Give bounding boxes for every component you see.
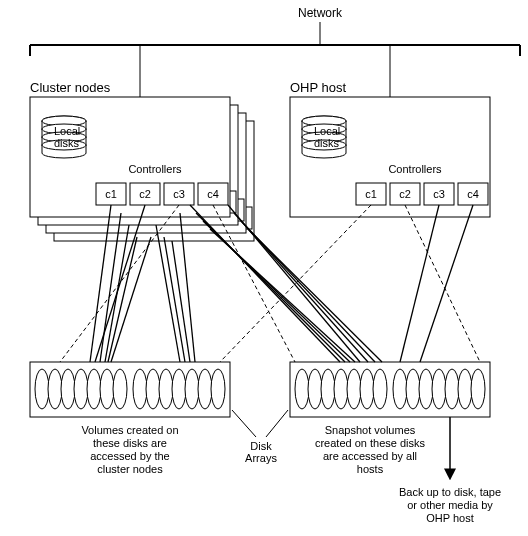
ohp-host [290, 97, 490, 217]
svg-line-44 [156, 225, 180, 362]
svg-line-57 [248, 229, 382, 362]
ohp-dashed-lines [220, 205, 480, 362]
svg-text:created on these disks: created on these disks [315, 437, 426, 449]
left-disk-array [30, 362, 230, 417]
svg-text:these disks are: these disks are [93, 437, 167, 449]
svg-text:or other media by: or other media by [407, 499, 493, 511]
network-label: Network [298, 6, 343, 20]
svg-line-50 [190, 205, 340, 362]
ohp-title: OHP host [290, 80, 347, 95]
svg-text:Volumes created on: Volumes created on [81, 424, 178, 436]
svg-text:OHP host: OHP host [426, 512, 474, 524]
svg-line-62 [232, 410, 256, 437]
cluster-title: Cluster nodes [30, 80, 111, 95]
svg-line-42 [108, 237, 137, 362]
svg-text:hosts: hosts [357, 463, 384, 475]
right-caption: Snapshot volumes created on these disks … [315, 424, 426, 475]
svg-text:are accessed by all: are accessed by all [323, 450, 417, 462]
svg-line-61 [420, 205, 473, 362]
svg-text:Back up to disk, tape: Back up to disk, tape [399, 486, 501, 498]
svg-line-43 [111, 237, 151, 362]
ohp-solid-lines [400, 205, 473, 362]
svg-text:cluster nodes: cluster nodes [97, 463, 163, 475]
backup-caption: Back up to disk, tape or other media by … [399, 486, 501, 524]
svg-line-63 [266, 410, 288, 437]
svg-line-59 [405, 205, 480, 362]
svg-text:accessed by the: accessed by the [90, 450, 170, 462]
svg-text:Disk: Disk [250, 440, 272, 452]
svg-text:Arrays: Arrays [245, 452, 277, 464]
left-caption: Volumes created on these disks are acces… [81, 424, 178, 475]
disk-arrays-label: Disk Arrays [232, 410, 288, 464]
svg-line-60 [400, 205, 439, 362]
svg-line-53 [210, 229, 355, 362]
svg-text:Snapshot volumes: Snapshot volumes [325, 424, 416, 436]
architecture-diagram: Local disks Controllers c1 c2 c3 c4 [0, 0, 528, 536]
right-disk-array [290, 362, 490, 417]
